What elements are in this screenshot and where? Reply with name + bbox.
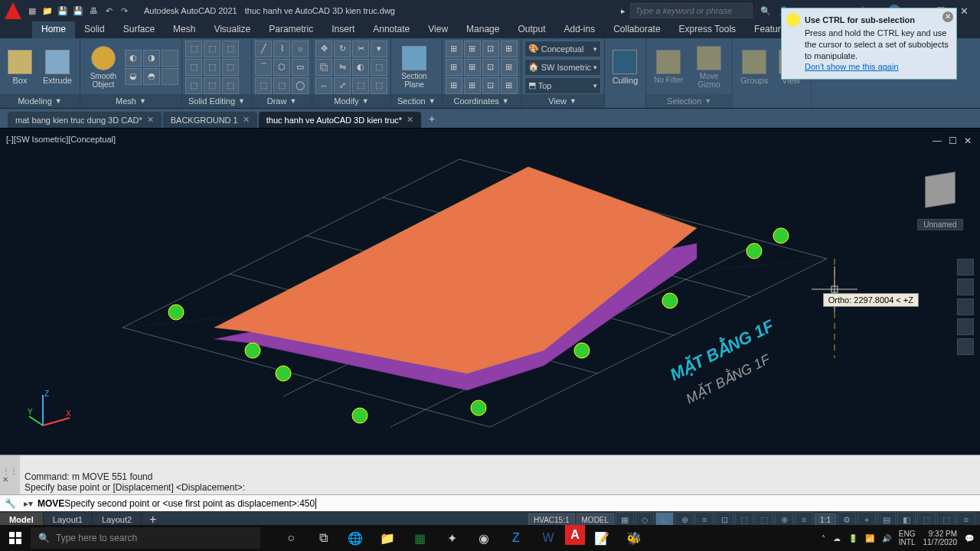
- command-line[interactable]: 🔧 ▸▾ MOVE Specify second point or <use f…: [0, 494, 980, 511]
- autocad-icon[interactable]: A: [565, 525, 585, 545]
- close-icon[interactable]: ✕: [243, 115, 250, 125]
- tab-output[interactable]: Output: [508, 21, 554, 38]
- viewport[interactable]: [-][SW Isometric][Conceptual] ― ☐ ✕: [0, 129, 980, 455]
- view-dir-select[interactable]: 🏠 SW Isometric▾: [524, 59, 601, 76]
- hvac-pill[interactable]: HVAC15:1: [528, 514, 575, 527]
- tab-parametric[interactable]: Parametric: [260, 21, 322, 38]
- share-icon[interactable]: ▸: [621, 6, 626, 16]
- vp-min-icon[interactable]: ―: [931, 135, 943, 147]
- file-tab[interactable]: BACKGROUND 1✕: [163, 112, 257, 128]
- clock[interactable]: 9:32 PM11/7/2020: [923, 530, 958, 546]
- new-tab-button[interactable]: +: [423, 109, 441, 128]
- undo-icon[interactable]: ↶: [103, 5, 115, 17]
- cmd-input[interactable]: 450: [299, 498, 315, 509]
- open-icon[interactable]: 📁: [41, 5, 54, 17]
- cortana-icon[interactable]: ○: [276, 525, 306, 551]
- panel-mesh[interactable]: Mesh▼: [80, 94, 181, 108]
- polyline-icon[interactable]: ⌇: [273, 41, 290, 57]
- search-icon[interactable]: 🔍: [760, 6, 771, 16]
- tab-addins[interactable]: Add-ins: [555, 21, 605, 38]
- tab-surface[interactable]: Surface: [114, 21, 164, 38]
- notifications-icon[interactable]: 💬: [965, 534, 974, 543]
- panel-section[interactable]: Section▼: [391, 94, 442, 108]
- plot-icon[interactable]: 🖶: [87, 5, 100, 17]
- onedrive-icon[interactable]: ☁: [833, 534, 841, 543]
- ucs-icon[interactable]: Z X Y: [28, 387, 74, 433]
- redo-icon[interactable]: ↷: [118, 5, 130, 17]
- tray-up-icon[interactable]: ˄: [822, 534, 825, 543]
- tab-mesh[interactable]: Mesh: [164, 21, 204, 38]
- file-tab[interactable]: thuc hanh ve AutoCAD 3D kien truc*✕: [259, 112, 421, 128]
- zalo-icon[interactable]: Z: [501, 525, 531, 551]
- top-select[interactable]: ⬒ Top▾: [524, 77, 601, 94]
- app-icon[interactable]: 📝: [586, 525, 617, 551]
- cmd-grip-icon[interactable]: ⋮⋮✕: [0, 455, 20, 494]
- line-icon[interactable]: ╱: [255, 41, 272, 57]
- view-cube[interactable]: [917, 167, 963, 213]
- visual-style-select[interactable]: 🎨 Conceptual▾: [524, 41, 601, 57]
- tab-insert[interactable]: Insert: [322, 21, 364, 38]
- culling-button[interactable]: Culling: [608, 48, 643, 86]
- tab-manage[interactable]: Manage: [457, 21, 508, 38]
- scale-icon[interactable]: ⤢: [334, 77, 351, 94]
- nav-more-icon[interactable]: [957, 338, 974, 355]
- move-icon[interactable]: ✥: [315, 41, 332, 57]
- box-button[interactable]: Box: [3, 48, 37, 86]
- stretch-icon[interactable]: ↔: [315, 77, 332, 94]
- gizmo-button[interactable]: Move Gizmo: [689, 44, 729, 90]
- panel-solidedit[interactable]: Solid Editing▼: [182, 94, 251, 108]
- app-icon[interactable]: ✦: [436, 525, 467, 551]
- tab-solid[interactable]: Solid: [75, 21, 114, 38]
- explorer-icon[interactable]: 📁: [372, 525, 403, 551]
- saveas-icon[interactable]: 💾: [72, 5, 84, 17]
- tab-visualize[interactable]: Visualize: [204, 21, 260, 38]
- taskbar-search[interactable]: 🔍 Type here to search: [31, 527, 260, 549]
- extrude-button[interactable]: Extrude: [38, 48, 77, 86]
- circle-icon[interactable]: ○: [292, 41, 309, 57]
- mesh-tool-icon[interactable]: ◓: [143, 68, 160, 85]
- battery-icon[interactable]: 🔋: [848, 534, 858, 543]
- mesh-tool-icon[interactable]: ◑: [143, 50, 160, 67]
- wrench-icon[interactable]: 🔧: [5, 498, 16, 509]
- copy-icon[interactable]: ⿻: [315, 59, 332, 76]
- edge-icon[interactable]: 🌐: [340, 525, 371, 551]
- viewport-label[interactable]: [-][SW Isometric][Conceptual]: [6, 135, 116, 144]
- arc-icon[interactable]: ⌒: [255, 59, 272, 76]
- scale-pill[interactable]: 1:1: [815, 514, 836, 527]
- nav-pan-icon[interactable]: [957, 259, 974, 276]
- excel-icon[interactable]: ▦: [404, 525, 435, 551]
- new-icon[interactable]: ▦: [26, 5, 38, 17]
- hint-close-button[interactable]: ✕: [942, 11, 953, 22]
- model-pill[interactable]: MODEL: [577, 514, 615, 527]
- tab-home[interactable]: Home: [32, 21, 75, 38]
- tab-annotate[interactable]: Annotate: [364, 21, 419, 38]
- tab-express[interactable]: Express Tools: [670, 21, 745, 38]
- start-button[interactable]: [0, 525, 31, 551]
- hint-dismiss-link[interactable]: Don't show me this again: [805, 62, 899, 71]
- panel-coords[interactable]: Coordinates▼: [443, 94, 521, 108]
- help-search-input[interactable]: [630, 3, 753, 18]
- panel-view[interactable]: View▼: [521, 94, 604, 108]
- close-icon[interactable]: ✕: [407, 115, 413, 125]
- mirror-icon[interactable]: ⇋: [334, 59, 351, 76]
- file-tab[interactable]: mat bang kien truc dung 3D CAD*✕: [8, 112, 162, 128]
- nav-wheel-icon[interactable]: [957, 318, 974, 335]
- vp-max-icon[interactable]: ☐: [946, 135, 959, 147]
- panel-modeling[interactable]: Modeling▼: [0, 94, 80, 108]
- word-icon[interactable]: W: [533, 525, 564, 551]
- panel-modify[interactable]: Modify▼: [312, 94, 390, 108]
- panel-selection[interactable]: Selection▼: [646, 94, 732, 108]
- drawing-canvas[interactable]: MẶT BẰNG 1F MẶT BẰNG 1F: [54, 144, 858, 450]
- app-icon[interactable]: 🐝: [619, 525, 649, 551]
- view-cube-label[interactable]: Unnamed: [917, 219, 963, 230]
- mesh-tool-icon[interactable]: ◐: [125, 50, 142, 67]
- panel-draw[interactable]: Draw▼: [252, 94, 312, 108]
- rotate-icon[interactable]: ↻: [334, 41, 351, 57]
- nofilter-button[interactable]: No Filter: [649, 48, 688, 86]
- nav-orbit-icon[interactable]: [957, 298, 974, 315]
- close-icon[interactable]: ✕: [147, 115, 154, 125]
- section-button[interactable]: Section Plane: [394, 44, 434, 90]
- taskview-icon[interactable]: ⧉: [308, 525, 338, 551]
- vp-close-icon[interactable]: ✕: [962, 135, 974, 147]
- chrome-icon[interactable]: ◉: [469, 525, 499, 551]
